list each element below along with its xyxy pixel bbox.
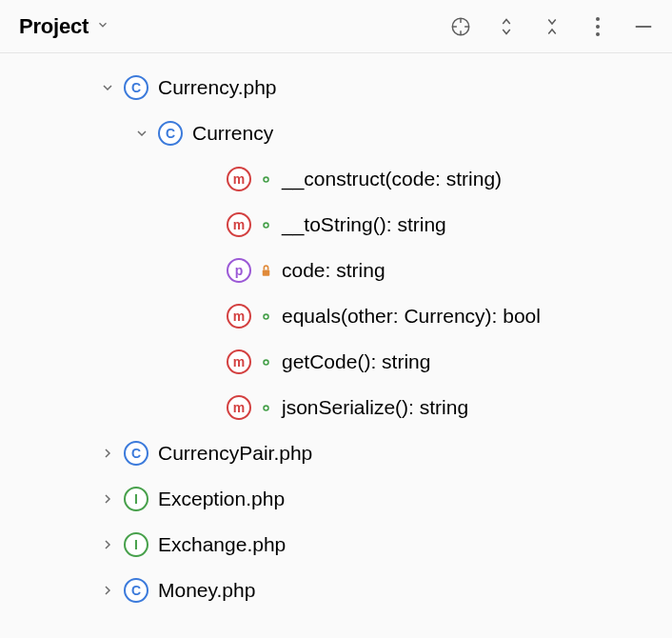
tree-item-label: __toString(): string xyxy=(282,213,446,236)
method-icon: m xyxy=(227,395,251,420)
tree-item-label: equals(other: Currency): bool xyxy=(282,305,541,328)
method-icon: m xyxy=(227,167,251,191)
project-view-selector[interactable]: Project xyxy=(19,14,109,39)
chevron-right-icon[interactable] xyxy=(99,490,116,508)
chevron-down-icon[interactable] xyxy=(133,125,150,142)
chevron-down-icon xyxy=(96,18,109,35)
svg-point-6 xyxy=(596,25,600,29)
class-currency[interactable]: CCurrency xyxy=(0,110,672,156)
tree-item-label: __construct(code: string) xyxy=(282,168,502,190)
tree-item-label: code: string xyxy=(282,259,385,282)
chevron-down-icon[interactable] xyxy=(99,79,116,96)
interface-icon: I xyxy=(124,487,148,511)
svg-point-15 xyxy=(264,314,267,317)
chevron-right-icon[interactable] xyxy=(99,445,116,462)
method-icon: m xyxy=(227,212,251,237)
method-getcode[interactable]: mgetCode(): string xyxy=(0,339,672,385)
chevron-right-icon[interactable] xyxy=(99,536,116,553)
method-jsonserialize[interactable]: mjsonSerialize(): string xyxy=(0,385,672,430)
lock-icon xyxy=(259,264,272,277)
tree-item-label: Currency xyxy=(192,122,273,145)
tree-item-label: CurrencyPair.php xyxy=(158,442,312,465)
file-money-php[interactable]: CMoney.php xyxy=(0,568,672,613)
svg-point-10 xyxy=(264,177,267,180)
method-icon: m xyxy=(227,304,251,329)
class-icon: C xyxy=(158,121,183,146)
svg-point-12 xyxy=(264,223,267,226)
method-icon: m xyxy=(227,349,251,374)
public-icon xyxy=(259,309,272,323)
tree-item-label: Exchange.php xyxy=(158,533,286,556)
panel-title: Project xyxy=(19,14,89,39)
panel-header: Project xyxy=(0,0,672,53)
panel-toolbar xyxy=(449,15,655,38)
property-code[interactable]: pcode: string xyxy=(0,248,672,293)
property-icon: p xyxy=(227,258,251,283)
svg-rect-13 xyxy=(262,269,269,275)
tree-item-label: Money.php xyxy=(158,579,255,602)
public-icon xyxy=(259,401,272,414)
method-tostring[interactable]: m__toString(): string xyxy=(0,202,672,248)
hide-panel-icon[interactable] xyxy=(632,15,655,38)
file-currency-php[interactable]: CCurrency.php xyxy=(0,65,672,110)
class-icon: C xyxy=(124,441,148,466)
more-options-icon[interactable] xyxy=(586,15,609,38)
collapse-all-icon[interactable] xyxy=(541,15,563,38)
class-icon: C xyxy=(124,75,148,100)
tree-item-label: Currency.php xyxy=(158,76,277,99)
select-opened-file-icon[interactable] xyxy=(449,15,472,38)
svg-point-7 xyxy=(596,32,600,36)
public-icon xyxy=(259,355,272,369)
tree-item-label: jsonSerialize(): string xyxy=(282,396,468,419)
svg-point-5 xyxy=(596,17,600,21)
method-equals[interactable]: mequals(other: Currency): bool xyxy=(0,293,672,339)
method-construct[interactable]: m__construct(code: string) xyxy=(0,156,672,202)
project-tree: CCurrency.phpCCurrencym__construct(code:… xyxy=(0,53,672,621)
expand-all-icon[interactable] xyxy=(495,15,518,38)
tree-item-label: getCode(): string xyxy=(282,350,430,373)
svg-point-19 xyxy=(264,406,267,409)
file-exception-php[interactable]: IException.php xyxy=(0,476,672,522)
file-currencypair-php[interactable]: CCurrencyPair.php xyxy=(0,430,672,476)
class-icon: C xyxy=(124,578,148,603)
file-exchange-php[interactable]: IExchange.php xyxy=(0,522,672,568)
tree-item-label: Exception.php xyxy=(158,488,285,510)
chevron-right-icon[interactable] xyxy=(99,582,116,599)
public-icon xyxy=(259,218,272,231)
svg-point-17 xyxy=(264,360,267,363)
public-icon xyxy=(259,172,272,186)
interface-icon: I xyxy=(124,532,148,557)
